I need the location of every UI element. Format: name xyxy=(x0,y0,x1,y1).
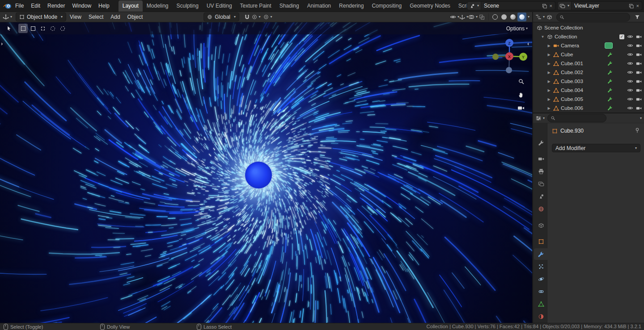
render-visibility-icon[interactable] xyxy=(636,70,642,75)
outliner-row-cube-004[interactable]: ▶ Cube.004 xyxy=(533,86,644,95)
properties-editor-type-button[interactable]: ▾ xyxy=(535,114,545,123)
expand-icon[interactable]: ▶ xyxy=(547,106,551,110)
tab-uv-editing[interactable]: UV Editing xyxy=(203,0,236,12)
viewport-options-dropdown[interactable]: Options ▾ xyxy=(506,25,528,32)
xray-toggle[interactable] xyxy=(478,13,487,21)
outliner-row-cube[interactable]: ▶ Cube xyxy=(533,50,644,59)
snap-toggle[interactable] xyxy=(243,13,252,21)
pin-id-button[interactable] xyxy=(634,127,640,134)
unlink-scene-icon[interactable]: × xyxy=(550,4,552,8)
modifier-badge[interactable] xyxy=(607,61,613,66)
outliner-row-cube-006[interactable]: ▶ Cube.006 xyxy=(533,104,644,113)
hide-eye-icon[interactable] xyxy=(627,42,633,49)
expand-icon[interactable]: ▶ xyxy=(547,79,551,84)
hide-eye-icon[interactable] xyxy=(627,87,633,93)
navigation-gizmo[interactable]: Z Y X xyxy=(491,38,528,75)
properties-tab-output[interactable] xyxy=(534,166,547,177)
expand-icon[interactable]: ▶ xyxy=(547,88,551,92)
tool-tweak-select[interactable] xyxy=(4,24,14,33)
tab-geometry-nodes[interactable]: Geometry Nodes xyxy=(406,0,454,12)
hide-eye-icon[interactable] xyxy=(627,33,633,40)
shading-wireframe-button[interactable] xyxy=(491,13,500,21)
new-scene-icon[interactable] xyxy=(542,4,547,8)
tab-texture-paint[interactable]: Texture Paint xyxy=(236,0,275,12)
outliner-editor-type-button[interactable]: ▾ xyxy=(535,13,545,21)
expand-icon[interactable]: ▶ xyxy=(547,62,551,66)
render-visibility-icon[interactable] xyxy=(636,52,642,58)
properties-tab-view-layer[interactable] xyxy=(534,178,547,190)
toolbar-expand-icon[interactable]: › xyxy=(1,41,3,46)
modifier-badge[interactable] xyxy=(607,79,613,84)
visibility-dropdown[interactable]: ▾ xyxy=(450,13,459,21)
hide-eye-icon[interactable] xyxy=(627,51,633,58)
tab-compositing[interactable]: Compositing xyxy=(368,0,406,12)
overlays-dropdown[interactable]: ▾ xyxy=(468,13,478,21)
properties-tab-world[interactable] xyxy=(534,203,547,215)
viewlayer-browse-button[interactable]: ▾ xyxy=(557,1,572,10)
properties-tab-constraints[interactable] xyxy=(534,286,547,297)
properties-tab-particles[interactable] xyxy=(534,261,547,272)
transform-orientation-dropdown[interactable]: Global ▾ xyxy=(203,13,239,21)
properties-tab-object[interactable] xyxy=(534,236,547,247)
shading-solid-button[interactable] xyxy=(500,13,508,21)
properties-tab-scene[interactable] xyxy=(534,191,547,202)
outliner-display-mode-button[interactable] xyxy=(545,13,554,21)
modifier-badge[interactable] xyxy=(607,52,613,57)
render-visibility-icon[interactable] xyxy=(636,43,642,49)
expand-icon[interactable]: ▶ xyxy=(547,44,551,48)
viewport-zoom-button[interactable] xyxy=(516,76,526,87)
scene-name[interactable]: Scene xyxy=(484,3,539,9)
render-visibility-icon[interactable] xyxy=(636,61,642,67)
add-modifier-dropdown[interactable]: Add Modifier ▾ xyxy=(552,144,640,152)
scene-browse-button[interactable]: ▾ xyxy=(467,1,481,10)
mode-dropdown[interactable]: Object Mode ▾ xyxy=(16,13,66,21)
hide-eye-icon[interactable] xyxy=(627,105,633,111)
3d-viewport[interactable]: Options ▾ › ‹ Z Y X xyxy=(0,22,532,323)
menu-render[interactable]: Render xyxy=(44,0,68,12)
gizmos-dropdown[interactable]: ▾ xyxy=(459,13,468,21)
shading-material-button[interactable] xyxy=(508,13,517,21)
viewport-pan-button[interactable] xyxy=(516,89,526,100)
tab-shading[interactable]: Shading xyxy=(275,0,303,12)
tab-modeling[interactable]: Modeling xyxy=(143,0,173,12)
blender-logo-icon[interactable] xyxy=(3,3,12,9)
collapse-icon[interactable]: ▼ xyxy=(540,35,545,39)
properties-options-chevron-icon[interactable]: ▾ xyxy=(640,117,642,120)
properties-tab-object-data[interactable] xyxy=(534,298,547,310)
render-visibility-icon[interactable] xyxy=(636,105,642,111)
tab-sculpting[interactable]: Sculpting xyxy=(173,0,203,12)
hide-eye-icon[interactable] xyxy=(627,96,633,102)
outliner-row-cube-002[interactable]: ▶ Cube.002 xyxy=(533,68,644,77)
menu-view[interactable]: View xyxy=(66,14,85,20)
tool-select-lasso[interactable] xyxy=(58,24,67,33)
menu-object[interactable]: Object xyxy=(124,14,147,20)
properties-search-input[interactable] xyxy=(547,114,606,122)
hide-eye-icon[interactable] xyxy=(627,78,633,84)
outliner-row-cube-003[interactable]: ▶ Cube.003 xyxy=(533,77,644,86)
properties-tab-material[interactable] xyxy=(534,311,547,322)
tool-select-box[interactable] xyxy=(18,24,28,33)
render-visibility-icon[interactable] xyxy=(636,88,642,93)
properties-tab-modifiers[interactable] xyxy=(534,248,547,260)
menu-select[interactable]: Select xyxy=(85,14,107,20)
properties-tab-physics[interactable] xyxy=(534,273,547,285)
render-visibility-icon[interactable] xyxy=(636,79,642,84)
hide-eye-icon[interactable] xyxy=(627,69,633,75)
render-visibility-icon[interactable] xyxy=(636,34,642,40)
new-viewlayer-icon[interactable] xyxy=(629,4,634,8)
expand-icon[interactable]: ▶ xyxy=(547,97,551,101)
modifier-badge[interactable] xyxy=(607,88,613,93)
shading-options-chevron-icon[interactable]: ▾ xyxy=(528,15,530,19)
tool-select-circle[interactable] xyxy=(48,24,57,33)
modifier-badge[interactable] xyxy=(607,96,613,102)
modifier-badge[interactable] xyxy=(607,70,613,75)
active-object-name[interactable]: Cube.930 xyxy=(560,128,584,134)
outliner-row-scene-collection[interactable]: Scene Collection xyxy=(533,23,644,32)
remove-viewlayer-icon[interactable]: × xyxy=(636,4,639,8)
properties-tab-tool[interactable] xyxy=(534,137,547,149)
editor-type-button[interactable]: ▾ xyxy=(3,13,12,21)
tool-select-extend[interactable] xyxy=(28,24,38,33)
render-visibility-icon[interactable] xyxy=(636,96,642,102)
axis-neg-y-ball[interactable] xyxy=(492,54,499,60)
outliner-row-cube-001[interactable]: ▶ Cube.001 xyxy=(533,59,644,68)
